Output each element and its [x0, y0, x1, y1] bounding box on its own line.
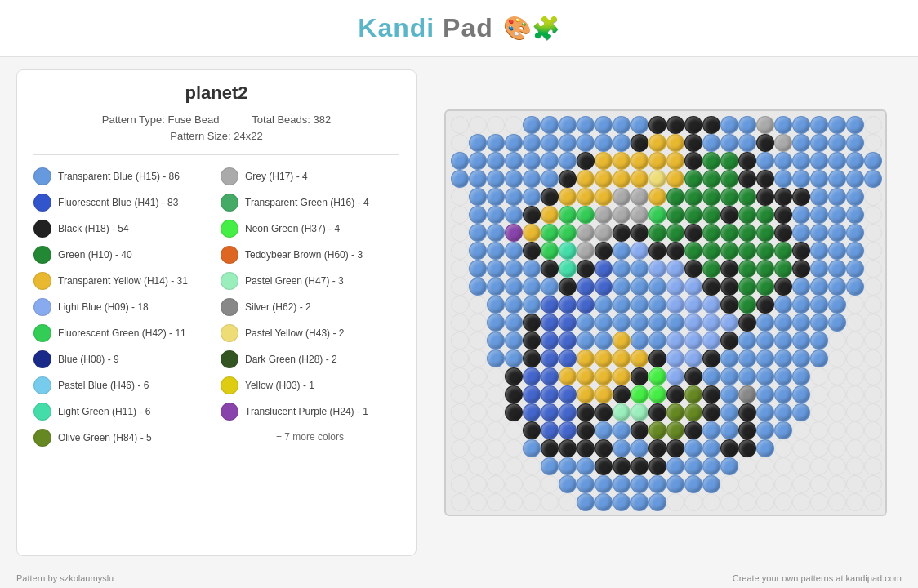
bead: [541, 170, 559, 188]
bead: [738, 296, 756, 314]
color-item: Pastel Yellow (H43) - 2: [221, 322, 399, 345]
bead: [469, 260, 487, 278]
bead: [469, 278, 487, 296]
bead: [864, 332, 882, 350]
bead: [774, 278, 792, 296]
bead: [774, 332, 792, 350]
bead: [846, 206, 864, 224]
bead: [631, 224, 648, 242]
bead: [666, 457, 684, 475]
bead: [846, 116, 864, 134]
color-swatch: [221, 350, 238, 368]
bead: [631, 242, 648, 260]
bead: [505, 368, 523, 385]
bead: [451, 385, 469, 403]
bead: [469, 134, 487, 152]
bead: [864, 206, 882, 224]
bead: [559, 170, 577, 188]
bead: [487, 152, 505, 170]
bead: [702, 403, 720, 421]
bead: [541, 439, 559, 457]
bead: [648, 170, 666, 188]
bead: [756, 134, 774, 152]
color-item: Teddybear Brown (H60) - 3: [221, 243, 399, 266]
bead: [451, 134, 469, 152]
bead: [541, 116, 559, 134]
color-label: Neon Green (H37) - 4: [245, 223, 340, 234]
bead: [595, 152, 613, 170]
beads-label: Total Beads:: [252, 114, 310, 126]
bead: [702, 439, 720, 457]
bead: [738, 439, 756, 457]
bead: [577, 242, 595, 260]
bead: [684, 242, 702, 260]
more-colors[interactable]: + 7 more colors: [221, 431, 399, 449]
bead: [595, 296, 613, 314]
bead: [756, 350, 774, 368]
bead: [774, 206, 792, 224]
bead: [523, 134, 541, 152]
bead: [702, 206, 720, 224]
bead: [684, 170, 702, 188]
bead: [792, 152, 810, 170]
bead: [451, 260, 469, 278]
bead: [810, 385, 828, 403]
bead: [774, 170, 792, 188]
bead: [469, 403, 487, 421]
footer-credit: Pattern by szkolaumyslu: [16, 573, 114, 583]
color-label: Blue (H08) - 9: [58, 354, 119, 365]
bead: [684, 457, 702, 475]
bead: [469, 439, 487, 457]
bead: [541, 296, 559, 314]
bead: [666, 475, 684, 493]
bead: [631, 439, 648, 457]
bead: [523, 493, 541, 511]
bead: [541, 368, 559, 385]
bead: [702, 116, 720, 134]
bead: [469, 385, 487, 403]
bead: [846, 457, 864, 475]
bead: [792, 493, 810, 511]
bead: [505, 332, 523, 350]
bead: [595, 260, 613, 278]
color-item: Transparent Green (H16) - 4: [221, 191, 399, 214]
bead: [864, 170, 882, 188]
bead: [774, 296, 792, 314]
bead: [487, 439, 505, 457]
bead: [451, 403, 469, 421]
bead: [666, 368, 684, 385]
bead: [631, 260, 648, 278]
bead: [666, 224, 684, 242]
bead: [828, 350, 846, 368]
bead: [487, 170, 505, 188]
bead: [523, 314, 541, 332]
bead: [469, 206, 487, 224]
bead: [720, 385, 738, 403]
bead: [846, 475, 864, 493]
footer-cta: Create your own patterns at kandipad.com: [733, 573, 902, 583]
color-item: Yellow (H03) - 1: [221, 374, 399, 397]
bead: [577, 224, 595, 242]
bead: [648, 278, 666, 296]
bead: [595, 493, 613, 511]
bead: [738, 421, 756, 439]
bead: [505, 439, 523, 457]
bead: [828, 314, 846, 332]
bead: [559, 260, 577, 278]
bead: [774, 152, 792, 170]
bead: [720, 439, 738, 457]
bead: [577, 170, 595, 188]
bead: [702, 152, 720, 170]
bead: [684, 134, 702, 152]
bead: [577, 332, 595, 350]
color-label: Yellow (H03) - 1: [245, 380, 314, 391]
bead: [702, 385, 720, 403]
bead: [846, 278, 864, 296]
bead: [505, 421, 523, 439]
bead: [846, 403, 864, 421]
bead: [487, 278, 505, 296]
bead: [631, 457, 648, 475]
bead: [702, 260, 720, 278]
bead: [523, 206, 541, 224]
color-item: Silver (H62) - 2: [221, 296, 399, 318]
